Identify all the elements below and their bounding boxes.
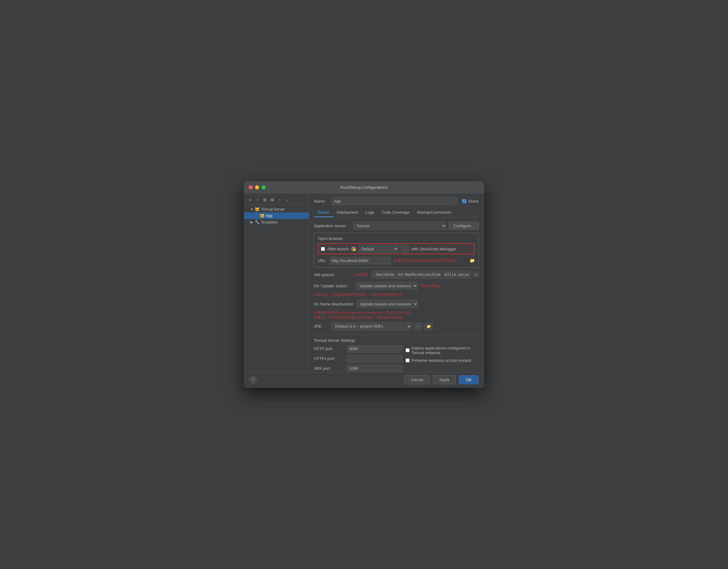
sidebar-item-templates[interactable]: ▶ 🔧 Templates (244, 219, 309, 225)
tab-startup[interactable]: Startup/Connection (413, 208, 455, 217)
browser-more-button[interactable]: ... (401, 245, 409, 252)
tab-logs[interactable]: Logs (362, 208, 378, 217)
on-frame-comment2: 只要点一下任务栏或者把窗口切出IDEA，系统就会自动更新 (314, 315, 414, 320)
url-comment: 勾选后可在启动成功后自动打开浏览器 (394, 258, 456, 263)
preserve-text: Preserve sessions across restarts (411, 358, 471, 363)
https-port-label: HTTPs port: (314, 356, 345, 361)
window-title: Run/Debug Configurations (340, 185, 387, 190)
cancel-button[interactable]: Cancel (404, 375, 430, 384)
sidebar-item-tomcat-server[interactable]: ▼ 🐱 Tomcat Server (244, 206, 309, 212)
vm-options-label: VM options: (314, 272, 351, 277)
on-frame-label: On frame deactivation: (314, 302, 354, 307)
js-debugger-label: with JavaScript debugger (411, 246, 456, 251)
expand-arrow-icon: ▼ (250, 207, 254, 211)
move-up-button[interactable]: ↑ (276, 196, 283, 203)
maximize-button[interactable] (262, 185, 266, 189)
titlebar: Run/Debug Configurations (244, 182, 484, 193)
https-port-row: HTTPs port: (314, 355, 393, 363)
tomcat-settings-title: Tomcat Server Settings (314, 338, 479, 343)
url-folder-icon[interactable]: 📁 (470, 258, 475, 263)
on-frame-comment-block: 如果这里设置成Update classes and resources，那么在启… (314, 311, 414, 320)
after-launch-label: After launch (327, 246, 349, 251)
jre-row: JRE: Default (1.6 – project SDK) ⋯ 📁 (314, 323, 479, 331)
sidebar-toolbar: + − ⧉ ⚙ ↑ ↓ (244, 195, 309, 205)
name-row: Name: Share (314, 197, 479, 205)
config-tabs: Server Deployment Logs Code Coverage Sta… (314, 208, 479, 217)
sidebar-item-app[interactable]: 🐱 App (244, 212, 309, 219)
close-button[interactable] (249, 185, 253, 189)
share-checkbox[interactable] (462, 199, 466, 203)
help-button[interactable]: ? (249, 376, 257, 384)
main-content: + − ⧉ ⚙ ↑ ↓ ▼ 🐱 Tomcat Server 🐱 App ▶ 🔧 (244, 193, 484, 372)
url-input[interactable] (330, 257, 391, 264)
http-port-row: HTTP port: (314, 345, 393, 353)
run-debug-window: Run/Debug Configurations + − ⧉ ⚙ ↑ ↓ ▼ 🐱… (244, 181, 484, 388)
on-frame-comment1: 如果这里设置成Update classes and resources，那么在启… (314, 311, 414, 315)
tomcat-settings: Tomcat Server Settings HTTP port: HTTPs … (314, 335, 479, 372)
https-port-input[interactable] (347, 355, 402, 363)
deploy-checkbox[interactable] (406, 348, 410, 352)
deploy-check-text: Deploy applications configured in Tomcat… (411, 346, 479, 355)
preserve-checkbox[interactable] (406, 359, 410, 363)
config-panel: Name: Share Server Deployment Logs Code … (309, 193, 484, 372)
templates-arrow-icon: ▶ (250, 220, 254, 224)
jre-label: JRE: (314, 324, 329, 329)
jmx-port-input[interactable] (347, 365, 402, 372)
sidebar-item-app-label: App (266, 214, 272, 218)
on-frame-row: On frame deactivation: Update classes an… (314, 300, 479, 320)
move-down-button[interactable]: ↓ (284, 196, 290, 203)
on-update-show-dialog: Show dialog (420, 283, 440, 288)
jre-browse-button[interactable]: 📁 (425, 323, 433, 330)
tab-deployment[interactable]: Deployment (333, 208, 362, 217)
tab-code-coverage[interactable]: Code Coverage (378, 208, 413, 217)
name-label: Name: (314, 199, 329, 203)
http-port-label: HTTP port: (314, 347, 345, 351)
after-launch-row: After launch Default ... with JavaScript… (318, 243, 475, 254)
apply-button[interactable]: Apply (433, 375, 456, 384)
app-server-label: Application server: (314, 223, 351, 228)
ports-right: Deploy applications configured in Tomcat… (399, 345, 479, 372)
deploy-check-label: Deploy applications configured in Tomcat… (406, 346, 479, 355)
jmx-port-row: JMX port: (314, 365, 393, 372)
tomcat-icon: 🐱 (255, 207, 260, 211)
open-browser-title: Open browser (318, 236, 475, 241)
jre-more-button[interactable]: ⋯ (414, 323, 422, 330)
add-config-button[interactable]: + (247, 196, 254, 203)
after-launch-checkbox[interactable] (321, 247, 325, 251)
vm-options-input[interactable] (372, 270, 471, 278)
vm-expand-button[interactable]: ⤢ (473, 272, 479, 277)
minimize-button[interactable] (255, 185, 259, 189)
vm-options-row: VM options: JVM设置 ⤢ (314, 270, 479, 278)
on-update-label: On 'Update' action: (314, 283, 354, 288)
url-row: URL: 勾选后可在启动成功后自动打开浏览器 📁 (318, 257, 475, 264)
copy-config-button[interactable]: ⧉ (262, 196, 268, 203)
ports-left: HTTP port: HTTPs port: JMX port: AJ (314, 345, 393, 372)
traffic-lights (249, 185, 266, 189)
on-update-row: On 'Update' action: Update classes and r… (314, 282, 479, 298)
app-server-row: Application server: Tomcat Configure... (314, 222, 479, 230)
preserve-label: Preserve sessions across restarts (406, 358, 479, 363)
footer-buttons: Cancel Apply OK (404, 375, 479, 384)
remove-config-button[interactable]: − (254, 196, 261, 203)
on-frame-select[interactable]: Update classes and resources (357, 300, 418, 308)
name-input[interactable] (332, 197, 457, 205)
browser-select[interactable]: Default (358, 245, 398, 252)
app-arrow-icon (255, 214, 259, 217)
open-browser-section: Open browser After launch Default ... wi… (314, 233, 479, 267)
configure-button[interactable]: Configure... (449, 222, 479, 230)
share-section: Share (462, 199, 479, 203)
app-tomcat-icon: 🐱 (260, 213, 265, 218)
templates-icon: 🔧 (255, 220, 260, 224)
sidebar-item-templates-label: Templates (261, 220, 278, 224)
on-update-select[interactable]: Update classes and resources (356, 282, 418, 290)
http-port-input[interactable] (347, 345, 402, 353)
jvm-tag-label: JVM设置 (353, 272, 368, 277)
edit-config-button[interactable]: ⚙ (269, 196, 276, 203)
jre-select[interactable]: Default (1.6 – project SDK) (332, 323, 412, 331)
sidebar-item-label: Tomcat Server (261, 207, 285, 211)
app-server-select[interactable]: Tomcat (353, 222, 446, 230)
tab-server[interactable]: Server (314, 208, 333, 217)
footer: ? Cancel Apply OK (244, 372, 484, 387)
sidebar: + − ⧉ ⚙ ↑ ↓ ▼ 🐱 Tomcat Server 🐱 App ▶ 🔧 (244, 193, 309, 372)
ok-button[interactable]: OK (459, 375, 479, 384)
